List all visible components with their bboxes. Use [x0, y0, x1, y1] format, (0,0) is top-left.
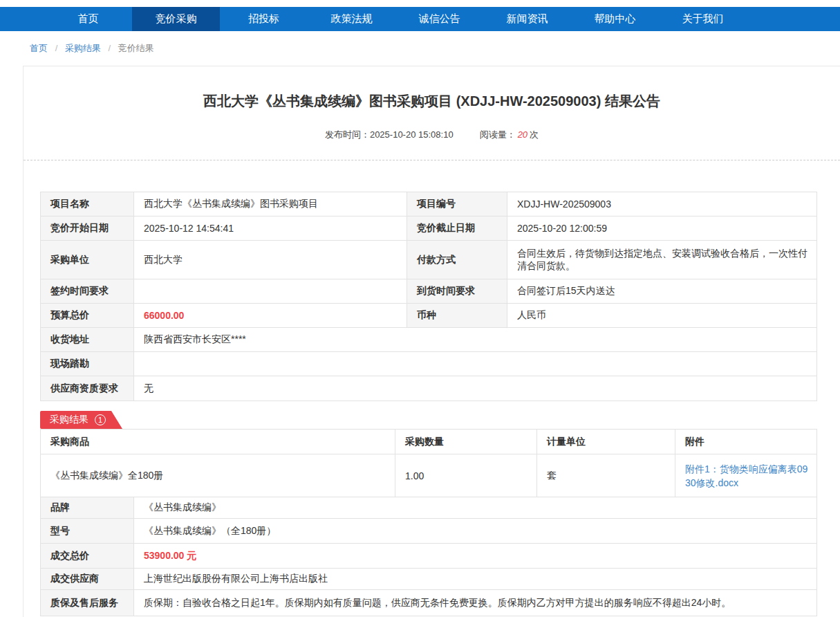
field-value: 无 — [134, 376, 817, 401]
field-label: 成交总价 — [41, 544, 134, 569]
field-label: 项目名称 — [41, 192, 134, 217]
nav-item-about-us[interactable]: 关于我们 — [659, 7, 747, 31]
breadcrumb-separator: / — [109, 43, 111, 53]
field-label: 预算总价 — [41, 304, 134, 328]
nav-item-integrity-notice[interactable]: 诚信公告 — [395, 7, 483, 31]
result-count-circle: 1 — [95, 414, 106, 425]
field-label: 成交供应商 — [41, 569, 134, 590]
column-header-unit: 计量单位 — [537, 430, 675, 454]
table-row: 收货地址 陕西省西安市长安区**** — [41, 328, 817, 352]
table-row: 竞价开始日期 2025-10-12 14:54:41 竞价截止日期 2025-1… — [41, 217, 817, 241]
page-title: 西北大学《丛书集成续编》图书采购项目 (XDJJ-HW-202509003) 结… — [24, 91, 840, 111]
field-value: 西北大学 — [134, 241, 407, 279]
field-label: 到货时间要求 — [407, 279, 507, 304]
table-row: 品牌 《丛书集成续编》 — [41, 497, 817, 519]
field-label: 型号 — [41, 519, 134, 544]
table-row: 成交总价 53900.00 元 — [41, 544, 817, 569]
table-row: 签约时间要求 到货时间要求 合同签订后15天内送达 — [41, 279, 817, 304]
field-label: 质保及售后服务 — [41, 590, 134, 616]
field-label: 竞价开始日期 — [41, 217, 134, 241]
nav-item-news[interactable]: 新闻资讯 — [483, 7, 571, 31]
field-value — [134, 352, 817, 376]
table-row: 型号 《丛书集成续编》（全180册） — [41, 519, 817, 544]
field-label: 收货地址 — [41, 328, 134, 352]
purchase-result-badge: 采购结果 1 — [40, 411, 122, 429]
breadcrumb-section-link[interactable]: 采购结果 — [65, 43, 101, 53]
field-label: 供应商资质要求 — [41, 376, 134, 401]
breadcrumb: 首页 / 采购结果 / 竞价结果 — [0, 31, 840, 66]
field-value: 陕西省西安市长安区**** — [134, 328, 817, 352]
field-value: 西北大学《丛书集成续编》图书采购项目 — [134, 192, 407, 217]
views-unit: 次 — [530, 129, 539, 140]
table-row: 项目名称 西北大学《丛书集成续编》图书采购项目 项目编号 XDJJ-HW-202… — [41, 192, 817, 217]
purchase-result-table: 采购商品 采购数量 计量单位 附件 《丛书集成续编》全180册 1.00 套 附… — [40, 429, 817, 497]
product-quantity: 1.00 — [395, 454, 537, 497]
nav-item-bidding-purchase[interactable]: 竞价采购 — [132, 7, 220, 31]
field-value: 合同生效后，待货物到达指定地点、安装调试验收合格后，一次性付清合同货款。 — [507, 241, 817, 279]
attachment-cell: 附件1：货物类响应偏离表0930修改.docx — [675, 454, 817, 497]
table-row: 现场踏勘 — [41, 352, 817, 376]
field-value: 《丛书集成续编》（全180册） — [134, 519, 817, 544]
product-row: 《丛书集成续编》全180册 1.00 套 附件1：货物类响应偏离表0930修改.… — [41, 454, 817, 497]
main-navbar: 首页 竞价采购 招投标 政策法规 诚信公告 新闻资讯 帮助中心 关于我们 — [0, 7, 840, 31]
field-label: 品牌 — [41, 497, 134, 519]
table-row: 质保及售后服务 质保期：自验收合格之日起1年。质保期内如有质量问题，供应商无条件… — [41, 590, 817, 616]
attachment-link[interactable]: 附件1：货物类响应偏离表0930修改.docx — [685, 463, 808, 488]
product-unit: 套 — [537, 454, 675, 497]
field-value: 《丛书集成续编》 — [134, 497, 817, 519]
result-detail-table: 品牌 《丛书集成续编》 型号 《丛书集成续编》（全180册） 成交总价 5390… — [40, 497, 817, 616]
field-value: XDJJ-HW-202509003 — [507, 192, 817, 217]
views-label: 阅读量： — [480, 129, 516, 140]
product-name: 《丛书集成续编》全180册 — [41, 454, 395, 497]
dashed-divider — [24, 160, 840, 160]
top-whitespace — [0, 0, 840, 7]
field-label: 项目编号 — [407, 192, 507, 217]
table-row: 预算总价 66000.00 币种 人民币 — [41, 304, 817, 328]
field-value — [134, 279, 407, 304]
publish-time-label: 发布时间： — [325, 129, 370, 140]
field-value: 2025-10-20 12:00:59 — [507, 217, 817, 241]
nav-item-policies[interactable]: 政策法规 — [308, 7, 395, 31]
breadcrumb-home-link[interactable]: 首页 — [30, 43, 48, 53]
nav-item-help-center[interactable]: 帮助中心 — [571, 7, 659, 31]
field-value: 合同签订后15天内送达 — [507, 279, 817, 304]
field-label: 币种 — [407, 304, 507, 328]
field-label: 现场踏勘 — [41, 352, 134, 376]
field-value: 质保期：自验收合格之日起1年。质保期内如有质量问题，供应商无条件免费更换。质保期… — [134, 590, 817, 616]
announcement-card: 西北大学《丛书集成续编》图书采购项目 (XDJJ-HW-202509003) 结… — [23, 66, 840, 617]
column-header-attachment: 附件 — [675, 430, 817, 454]
field-value: 人民币 — [507, 304, 817, 328]
budget-total-value: 66000.00 — [134, 304, 407, 328]
breadcrumb-current: 竞价结果 — [118, 43, 154, 53]
field-label: 签约时间要求 — [41, 279, 134, 304]
project-info-table: 项目名称 西北大学《丛书集成续编》图书采购项目 项目编号 XDJJ-HW-202… — [40, 192, 817, 401]
purchase-result-badge-label: 采购结果 — [50, 414, 88, 426]
column-header-quantity: 采购数量 — [395, 430, 537, 454]
publish-time-value: 2025-10-20 15:08:10 — [370, 129, 454, 140]
column-header-product: 采购商品 — [41, 430, 395, 454]
field-label: 采购单位 — [41, 241, 134, 279]
table-row: 采购单位 西北大学 付款方式 合同生效后，待货物到达指定地点、安装调试验收合格后… — [41, 241, 817, 279]
publish-meta: 发布时间：2025-10-20 15:08:10阅读量：20次 — [24, 129, 840, 141]
field-value: 2025-10-12 14:54:41 — [134, 217, 407, 241]
nav-item-tendering[interactable]: 招投标 — [220, 7, 308, 31]
breadcrumb-separator: / — [55, 43, 58, 53]
deal-total-price: 53900.00 元 — [134, 544, 817, 569]
table-row: 供应商资质要求 无 — [41, 376, 817, 401]
field-value: 上海世纪出版股份有限公司上海书店出版社 — [134, 569, 817, 590]
table-header-row: 采购商品 采购数量 计量单位 附件 — [41, 430, 817, 454]
field-label: 付款方式 — [407, 241, 507, 279]
views-count: 20 — [518, 129, 528, 140]
nav-item-home[interactable]: 首页 — [44, 7, 132, 31]
field-label: 竞价截止日期 — [407, 217, 507, 241]
table-row: 成交供应商 上海世纪出版股份有限公司上海书店出版社 — [41, 569, 817, 590]
